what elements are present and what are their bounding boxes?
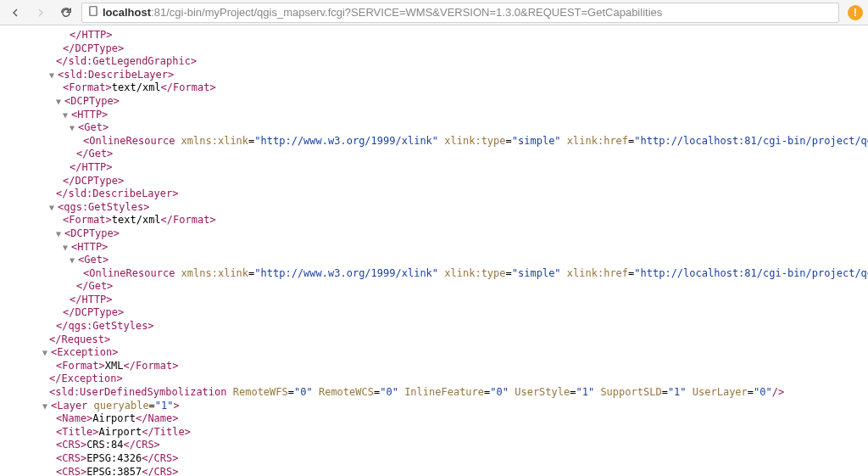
http-close: </HTTP> xyxy=(70,161,113,173)
getstyles-close: </qgs:GetStyles> xyxy=(56,320,154,332)
name-value: Airport xyxy=(92,412,136,424)
name-open: <Name> xyxy=(56,412,92,424)
toggle-icon[interactable]: ▼ xyxy=(70,122,78,133)
title-value: Airport xyxy=(99,426,142,438)
back-button[interactable] xyxy=(5,3,25,23)
format-close: </Format> xyxy=(161,214,216,226)
toggle-icon[interactable]: ▼ xyxy=(49,70,58,81)
request-close: </Request> xyxy=(49,333,110,345)
http-close: </HTTP> xyxy=(70,29,113,41)
format-open: <Format> xyxy=(56,360,105,372)
getlegendgraphic-close: </sld:GetLegendGraphic> xyxy=(56,55,197,67)
format-close: </Format> xyxy=(161,81,216,93)
dcptype-close: </DCPType> xyxy=(63,306,124,318)
reload-button[interactable] xyxy=(56,3,76,23)
toggle-icon[interactable]: ▼ xyxy=(56,228,64,239)
toggle-icon[interactable]: ▼ xyxy=(63,242,71,253)
toggle-icon[interactable]: ▼ xyxy=(49,202,58,213)
http-open: <HTTP> xyxy=(71,241,108,253)
http-close: </HTTP> xyxy=(70,294,113,305)
toggle-icon[interactable]: ▼ xyxy=(42,347,51,358)
crs-open: <CRS> xyxy=(56,466,86,476)
get-open: <Get> xyxy=(78,121,108,133)
format-open: <Format> xyxy=(63,81,112,93)
url-bar[interactable]: localhost:81/cgi-bin/myProject/qgis_maps… xyxy=(81,3,839,23)
svg-rect-0 xyxy=(90,7,97,16)
get-open: <Get> xyxy=(78,254,108,266)
onlineresource-line: <OnlineResource xmlns:xlink="http://www.… xyxy=(5,267,863,281)
userdefinedsymbolization-line: <sld:UserDefinedSymbolization RemoteWFS=… xyxy=(5,386,863,400)
crs-open: <CRS> xyxy=(56,452,86,464)
get-close: </Get> xyxy=(76,148,113,160)
title-open: <Title> xyxy=(56,426,99,438)
dcptype-open: <DCPType> xyxy=(64,227,120,239)
crs-close: </CRS> xyxy=(142,452,178,464)
toggle-icon[interactable]: ▼ xyxy=(70,255,78,266)
toggle-icon[interactable]: ▼ xyxy=(42,400,51,412)
url-text: localhost:81/cgi-bin/myProject/qgis_maps… xyxy=(103,6,662,19)
crs-value: CRS:84 xyxy=(86,439,123,451)
describelayer-close: </sld:DescribeLayer> xyxy=(56,188,179,199)
xml-content: </HTTP> </DCPType> </sld:GetLegendGraphi… xyxy=(0,25,868,476)
crs-value: EPSG:3857 xyxy=(86,466,142,476)
dcptype-close: </DCPType> xyxy=(63,42,124,54)
format-value: text/xml xyxy=(112,81,161,93)
name-close: </Name> xyxy=(136,412,179,424)
exception-open: <Exception> xyxy=(51,346,118,358)
exception-close: </Exception> xyxy=(49,372,123,384)
crs-value: EPSG:4326 xyxy=(86,452,142,464)
describelayer-open: <sld:DescribeLayer> xyxy=(58,69,174,81)
format-value: text/xml xyxy=(112,214,161,226)
layer-open: <Layer xyxy=(51,400,94,412)
crs-open: <CRS> xyxy=(56,439,86,451)
title-close: </Title> xyxy=(142,426,191,438)
getstyles-open: <qgs:GetStyles> xyxy=(58,201,149,213)
toggle-icon[interactable]: ▼ xyxy=(63,109,71,120)
page-icon xyxy=(87,5,99,20)
dcptype-open: <DCPType> xyxy=(64,95,120,107)
toggle-icon[interactable]: ▼ xyxy=(56,96,64,107)
get-close: </Get> xyxy=(76,280,113,292)
format-close: </Format> xyxy=(123,360,178,372)
http-open: <HTTP> xyxy=(71,109,108,120)
crs-close: </CRS> xyxy=(123,439,159,451)
crs-close: </CRS> xyxy=(142,466,178,476)
alert-badge[interactable]: ! xyxy=(848,5,863,20)
forward-button[interactable] xyxy=(31,3,51,23)
dcptype-close: </DCPType> xyxy=(63,175,124,187)
onlineresource-line: <OnlineResource xmlns:xlink="http://www.… xyxy=(5,135,863,148)
browser-toolbar: localhost:81/cgi-bin/myProject/qgis_maps… xyxy=(0,0,868,25)
format-value: XML xyxy=(105,360,124,372)
format-open: <Format> xyxy=(63,214,112,226)
